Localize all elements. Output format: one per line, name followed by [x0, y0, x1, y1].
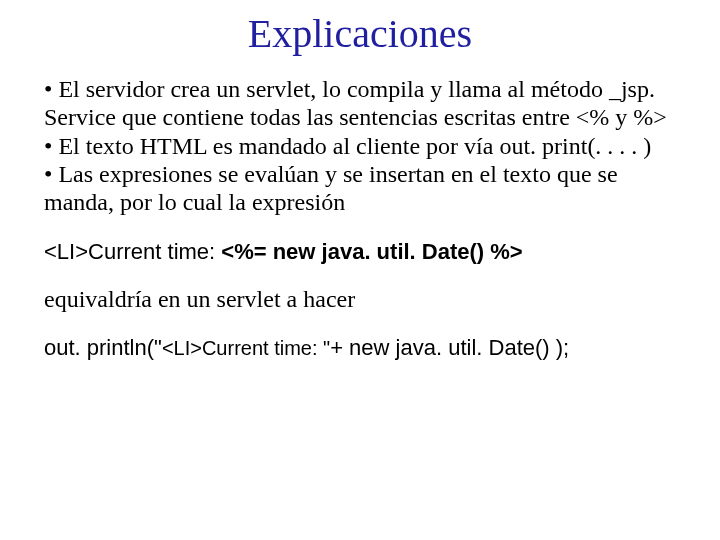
code2-p2: <LI>Current time: " [162, 337, 330, 359]
bullet-item: •Las expresiones se evalúan y se inserta… [44, 160, 676, 217]
mid-text: equivaldría en un servlet a hacer [44, 285, 676, 313]
slide: Explicaciones •El servidor crea un servl… [0, 0, 720, 540]
code-line-2: out. println("<LI>Current time: "+ new j… [44, 333, 676, 361]
bullet-dot-icon: • [44, 161, 58, 187]
slide-title: Explicaciones [44, 10, 676, 57]
bullet-text: El texto HTML es mandado al cliente por … [58, 133, 651, 159]
bullet-item: •El texto HTML es mandado al cliente por… [44, 132, 676, 160]
slide-body: •El servidor crea un servlet, lo compila… [44, 75, 676, 362]
bullet-dot-icon: • [44, 76, 58, 102]
code2-p1: out. println(" [44, 335, 162, 360]
bullet-item: •El servidor crea un servlet, lo compila… [44, 75, 676, 132]
bullet-text: Las expresiones se evalúan y se insertan… [44, 161, 618, 215]
bullet-dot-icon: • [44, 133, 58, 159]
code-line-1: <LI>Current time: <%= new java. util. Da… [44, 237, 676, 265]
code-prefix: <LI>Current time: [44, 239, 221, 264]
bullet-text: El servidor crea un servlet, lo compila … [44, 76, 667, 130]
code2-p3: + new java. util. Date() ); [330, 335, 569, 360]
code-expression: <%= new java. util. Date() %> [221, 239, 522, 264]
